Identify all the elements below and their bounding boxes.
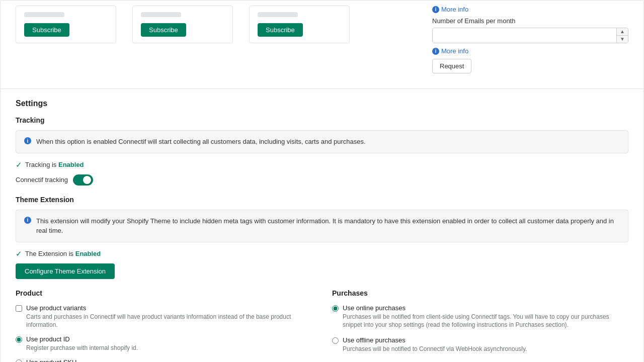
online-purchases-option: Use online purchases Purchases will be n…	[332, 304, 628, 330]
product-title: Product	[16, 289, 312, 297]
product-sku-option: Use product SKU Register purchase with p…	[16, 358, 312, 362]
product-purchases-row: Product Use product variants Carts and p…	[16, 289, 628, 363]
online-purchases-text: Use online purchases Purchases will be n…	[343, 304, 628, 330]
product-id-radio[interactable]	[16, 336, 22, 343]
theme-extension-info-text: This extension will modify your Shopify …	[36, 216, 620, 236]
offline-purchases-label[interactable]: Use offline purchases Purchases will be …	[332, 336, 628, 353]
product-id-text: Use product ID Register purchase with in…	[26, 335, 138, 352]
emails-label: Number of Emails per month	[432, 17, 628, 25]
tracking-info-text: When this option is enabled Connectif wi…	[36, 137, 366, 147]
section-divider	[1, 88, 643, 89]
tracking-status-text: Tracking is Enabled	[25, 161, 84, 168]
emails-input[interactable]	[433, 28, 616, 43]
offline-purchases-sub-text: Purchases will be notified to Connectif …	[343, 345, 527, 353]
product-column: Product Use product variants Carts and p…	[16, 289, 312, 363]
offline-purchases-radio[interactable]	[332, 337, 339, 344]
spinner-up-button[interactable]: ▲	[617, 28, 628, 36]
offline-purchases-main-text: Use offline purchases	[343, 336, 527, 344]
tracking-toggle-track	[73, 174, 93, 186]
tracking-toggle[interactable]	[73, 174, 93, 186]
product-sku-radio[interactable]	[16, 359, 22, 362]
theme-extension-title: Theme Extension	[16, 196, 628, 204]
subscribe-button-2[interactable]: Subscribe	[141, 23, 186, 37]
online-purchases-main-text: Use online purchases	[343, 304, 628, 312]
product-variants-checkbox[interactable]	[16, 305, 22, 312]
more-info-bottom-label: More info	[441, 47, 468, 55]
settings-section: Settings Tracking i When this option is …	[1, 99, 643, 362]
theme-extension-status-text: The Extension is Enabled	[25, 250, 101, 257]
more-info-top-label: More info	[441, 6, 468, 13]
tracking-status-row: ✓ Tracking is Enabled	[16, 160, 628, 169]
purchases-column: Purchases Use online purchases Purchases…	[332, 289, 628, 363]
product-id-label[interactable]: Use product ID Register purchase with in…	[16, 335, 312, 352]
subscribe-button-3[interactable]: Subscribe	[258, 23, 303, 37]
configure-theme-extension-button[interactable]: Configure Theme Extension	[16, 263, 115, 279]
more-info-bottom-link[interactable]: i More info	[432, 47, 628, 55]
spinner-down-button[interactable]: ▼	[617, 36, 628, 43]
product-sku-main-text: Use product SKU	[26, 358, 123, 362]
more-info-bottom-icon: i	[432, 48, 439, 55]
product-variants-option: Use product variants Carts and purchases…	[16, 304, 312, 330]
product-variants-main-text: Use product variants	[26, 304, 312, 312]
product-variants-label[interactable]: Use product variants Carts and purchases…	[16, 304, 312, 330]
offline-purchases-option: Use offline purchases Purchases will be …	[332, 336, 628, 353]
subscribe-button-1[interactable]: Subscribe	[24, 23, 69, 37]
product-variants-text: Use product variants Carts and purchases…	[26, 304, 312, 330]
price-bar-3	[258, 12, 298, 17]
tracking-toggle-row: Connectif tracking	[16, 174, 628, 186]
theme-extension-check-icon: ✓	[16, 249, 22, 258]
more-info-top-link[interactable]: i More info	[432, 6, 628, 13]
purchases-title: Purchases	[332, 289, 628, 297]
settings-title: Settings	[16, 99, 628, 108]
online-purchases-sub-text: Purchases will be notified from client-s…	[343, 313, 628, 330]
tracking-section: Tracking i When this option is enabled C…	[16, 116, 628, 186]
emails-input-wrapper: ▲ ▼	[432, 28, 628, 43]
tracking-toggle-thumb	[83, 176, 91, 184]
product-id-sub-text: Register purchase with internal shopify …	[26, 344, 138, 352]
subscription-card-3: Subscribe	[249, 6, 350, 43]
product-variants-sub-text: Carts and purchases in Connectif will ha…	[26, 313, 312, 330]
theme-extension-status-row: ✓ The Extension is Enabled	[16, 249, 628, 258]
product-sku-text: Use product SKU Register purchase with p…	[26, 358, 123, 362]
product-id-main-text: Use product ID	[26, 335, 138, 343]
tracking-info-icon: i	[24, 137, 31, 144]
tracking-info-banner: i When this option is enabled Connectif …	[16, 130, 628, 153]
emails-panel: i More info Number of Emails per month ▲…	[432, 6, 628, 78]
subscription-card-2: Subscribe	[132, 6, 233, 43]
spinner-buttons: ▲ ▼	[616, 28, 628, 43]
offline-purchases-text: Use offline purchases Purchases will be …	[343, 336, 527, 353]
tracking-check-icon: ✓	[16, 160, 22, 169]
theme-extension-info-banner: i This extension will modify your Shopif…	[16, 210, 628, 242]
request-button[interactable]: Request	[432, 59, 471, 73]
price-bar-1	[24, 12, 64, 17]
tracking-title: Tracking	[16, 116, 628, 124]
theme-extension-info-icon: i	[24, 217, 31, 224]
product-sku-label[interactable]: Use product SKU Register purchase with p…	[16, 358, 312, 362]
tracking-toggle-label: Connectif tracking	[16, 176, 68, 184]
online-purchases-radio[interactable]	[332, 305, 339, 312]
online-purchases-label[interactable]: Use online purchases Purchases will be n…	[332, 304, 628, 330]
theme-extension-section: Theme Extension i This extension will mo…	[16, 196, 628, 279]
subscription-card-1: Subscribe	[16, 6, 116, 43]
price-bar-2	[141, 12, 181, 17]
product-id-option: Use product ID Register purchase with in…	[16, 335, 312, 352]
more-info-top-icon: i	[432, 6, 439, 13]
